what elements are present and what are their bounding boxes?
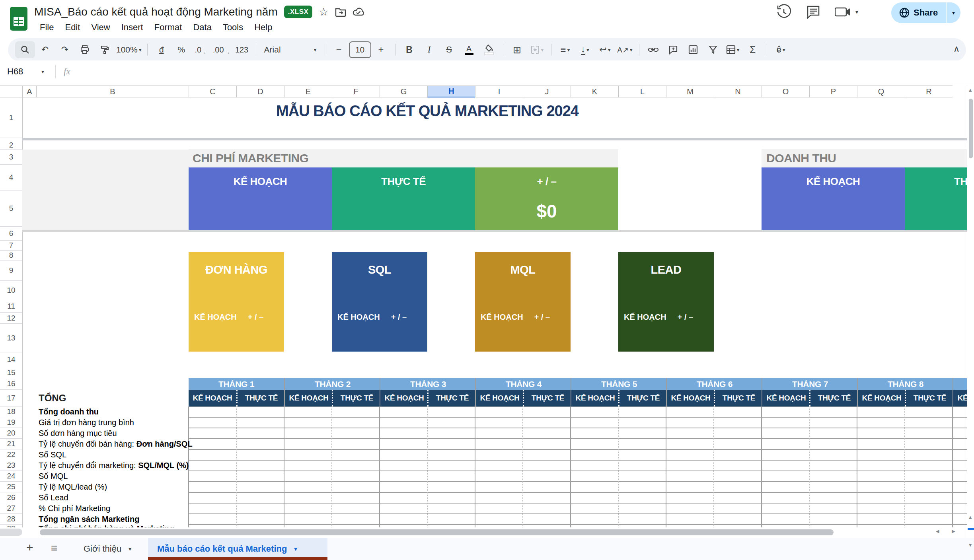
move-folder-icon[interactable] [335, 7, 346, 17]
insert-comment-button[interactable] [663, 41, 683, 58]
chevron-down-icon[interactable]: ▾ [294, 546, 297, 552]
row-header-18[interactable]: 18 [0, 406, 22, 417]
col-header-L[interactable]: L [618, 86, 666, 97]
row-header-14[interactable]: 14 [0, 352, 22, 367]
menu-format[interactable]: Format [149, 20, 188, 35]
vertical-align-button[interactable]: ↓ ▾ [575, 41, 595, 58]
col-header-I[interactable]: I [475, 86, 523, 97]
row-header-10[interactable]: 10 [0, 281, 22, 300]
row-header-5[interactable]: 5 [0, 191, 22, 227]
menu-data[interactable]: Data [187, 20, 217, 35]
subheader-plan-m3[interactable]: KẾ HOẠCH [380, 390, 428, 406]
row-header-8[interactable]: 8 [0, 251, 22, 261]
subheader-actual-m7[interactable]: THỰC TẾ [809, 390, 858, 406]
row-header-26[interactable]: 26 [0, 492, 22, 503]
name-box[interactable]: H68 [7, 66, 41, 77]
menu-edit[interactable]: Edit [59, 20, 86, 35]
row-header-4[interactable]: 4 [0, 165, 22, 191]
row-header-25[interactable]: 25 [0, 482, 22, 492]
col-header-O[interactable]: O [762, 86, 809, 97]
subheader-actual-m6[interactable]: THỰC TẾ [714, 390, 763, 406]
menu-insert[interactable]: Insert [116, 20, 149, 35]
row-header-27[interactable]: 27 [0, 503, 22, 514]
format-percent-button[interactable]: % [171, 41, 191, 58]
filter-views-button[interactable]: ▾ [723, 41, 743, 58]
insert-chart-button[interactable] [683, 41, 703, 58]
sheet-tab-1[interactable]: Giới thiệu▾ [84, 538, 143, 560]
font-size-input[interactable]: 10 [349, 41, 371, 58]
row-header-20[interactable]: 20 [0, 428, 22, 439]
sheet-tab-2[interactable]: Mẫu báo cáo kết quả Marketing▾ [148, 538, 327, 560]
subheader-plan-m1[interactable]: KẾ HOẠCH [189, 390, 236, 406]
text-rotation-button[interactable]: A↗ ▾ [615, 41, 635, 58]
revenue-plan-cell[interactable]: KẾ HOẠCH [762, 167, 905, 230]
row-header-7[interactable]: 7 [0, 241, 22, 251]
row-header-3[interactable]: 3 [0, 150, 22, 165]
menu-view[interactable]: View [86, 20, 115, 35]
col-header-M[interactable]: M [666, 86, 714, 97]
subheader-plan-m4[interactable]: KẾ HOẠCH [475, 390, 524, 406]
col-header-B[interactable]: B [36, 86, 189, 97]
decrease-decimal-button[interactable]: .0 ← [191, 41, 211, 58]
subheader-actual-m2[interactable]: THỰC TẾ [332, 390, 381, 406]
row-header-24[interactable]: 24 [0, 471, 22, 482]
menu-help[interactable]: Help [249, 20, 278, 35]
subheader-actual-m4[interactable]: THỰC TẾ [523, 390, 572, 406]
scroll-left-button[interactable]: ◂ [936, 527, 939, 535]
col-header-G[interactable]: G [380, 86, 427, 97]
zoom-select[interactable]: 100% ▾ [115, 41, 143, 58]
col-header-N[interactable]: N [714, 86, 762, 97]
row-header-2[interactable]: 2 [0, 141, 22, 150]
input-tools-button[interactable]: ê ▾ [771, 41, 791, 58]
row-header-9[interactable]: 9 [0, 261, 22, 281]
cost-actual-cell[interactable]: THỰC TẾ [332, 167, 475, 230]
bold-button[interactable]: B [399, 41, 419, 58]
borders-button[interactable]: ⊞ [507, 41, 527, 58]
col-header-P[interactable]: P [809, 86, 857, 97]
col-header-K[interactable]: K [571, 86, 618, 97]
vscrollbar-thumb[interactable] [969, 99, 973, 158]
comment-history-icon[interactable] [805, 4, 821, 20]
subheader-actual-m3[interactable]: THỰC TẾ [427, 390, 476, 406]
more-formats-button[interactable]: 123 [232, 41, 252, 58]
chevron-down-icon[interactable]: ▾ [41, 69, 44, 74]
insert-link-button[interactable] [643, 41, 663, 58]
month-header-2[interactable]: THÁNG 2 [284, 378, 380, 390]
month-header-5[interactable]: THÁNG 5 [571, 378, 667, 390]
font-select[interactable]: Arial ▾ [260, 41, 321, 58]
decrease-font-size-button[interactable]: − [329, 41, 349, 58]
row-header-16[interactable]: 16 [0, 378, 22, 390]
fill-color-button[interactable] [479, 41, 499, 58]
monthly-table-body[interactable] [189, 406, 974, 529]
grey-strip[interactable] [22, 150, 189, 230]
col-header-A[interactable]: A [22, 86, 36, 97]
sheet-main-title[interactable]: MẪU BÁO CÁO KẾT QUẢ MARKETING 2024 [189, 103, 666, 120]
subheader-plan-m6[interactable]: KẾ HOẠCH [666, 390, 715, 406]
subheader-plan-m5[interactable]: KẾ HOẠCH [571, 390, 619, 406]
search-menus-button[interactable] [15, 41, 35, 58]
scroll-up-button[interactable]: ▴ [969, 86, 972, 93]
share-dropdown-button[interactable]: ▾ [947, 10, 960, 16]
all-sheets-button[interactable]: ≡ [51, 542, 57, 554]
cost-delta-cell[interactable]: + / – $0 [475, 167, 618, 230]
chevron-down-icon[interactable]: ▾ [129, 546, 131, 552]
month-header-8[interactable]: THÁNG 8 [857, 378, 953, 390]
cost-plan-cell[interactable]: KẾ HOẠCH [189, 167, 332, 230]
kpi-card-lead[interactable]: LEADKẾ HOẠCH+ / – [618, 252, 714, 352]
col-header-C[interactable]: C [189, 86, 236, 97]
cloud-status-icon[interactable] [353, 8, 364, 16]
document-title[interactable]: MISA_Báo cáo kết quả hoạt động Marketing… [34, 6, 278, 18]
col-header-E[interactable]: E [284, 86, 332, 97]
row-header-13[interactable]: 13 [0, 324, 22, 352]
kpi-card-đơn-hàng[interactable]: ĐƠN HÀNGKẾ HOẠCH+ / – [189, 252, 284, 352]
menu-file[interactable]: File [34, 20, 59, 35]
undo-button[interactable]: ↶ [35, 41, 55, 58]
col-header-H[interactable]: H [427, 86, 475, 97]
hide-menus-button[interactable]: ∧ [953, 44, 960, 54]
add-sheet-button[interactable]: + [26, 541, 33, 554]
text-color-button[interactable]: A [459, 41, 479, 58]
subheader-plan-m8[interactable]: KẾ HOẠCH [857, 390, 906, 406]
italic-button[interactable]: I [419, 41, 439, 58]
merge-cells-button[interactable]: ▾ [527, 41, 547, 58]
subheader-actual-m1[interactable]: THỰC TẾ [236, 390, 285, 406]
